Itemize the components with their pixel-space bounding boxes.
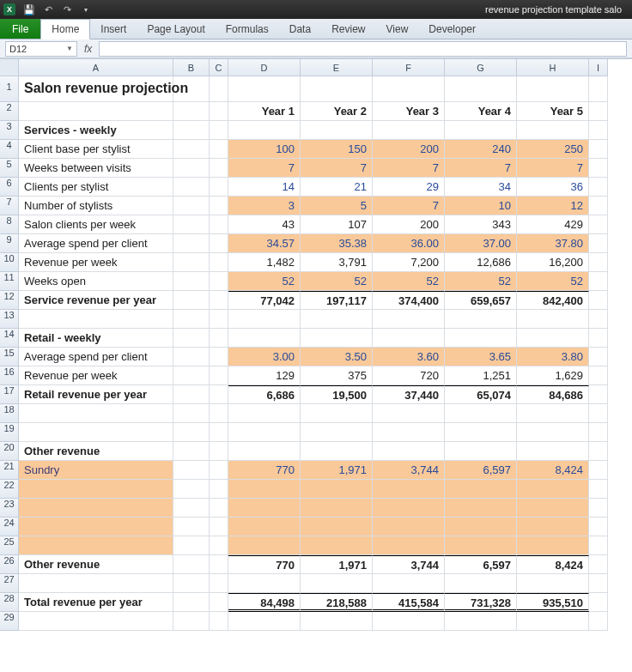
cell-B5[interactable] bbox=[173, 159, 210, 178]
cell-A20[interactable]: Other revenue bbox=[19, 442, 173, 461]
row-header-15[interactable]: 15 bbox=[0, 348, 19, 366]
cell-A8[interactable]: Salon clients per week bbox=[19, 215, 173, 234]
cell-H3[interactable] bbox=[517, 121, 589, 140]
cell-D5[interactable]: 7 bbox=[228, 159, 301, 178]
cell-A1[interactable]: Salon revenue projection bbox=[19, 76, 173, 102]
cell-H21[interactable]: 8,424 bbox=[517, 461, 589, 480]
cell-B17[interactable] bbox=[173, 385, 210, 404]
cell-D7[interactable]: 3 bbox=[228, 197, 301, 215]
cell-F16[interactable]: 720 bbox=[373, 366, 445, 385]
row-header-17[interactable]: 17 bbox=[0, 385, 19, 404]
cell-I8[interactable] bbox=[589, 215, 608, 234]
cell-D14[interactable] bbox=[228, 329, 301, 348]
cell-E22[interactable] bbox=[301, 480, 373, 499]
undo-icon[interactable]: ↶ bbox=[41, 3, 55, 16]
cell-A27[interactable] bbox=[19, 574, 173, 593]
row-header-10[interactable]: 10 bbox=[0, 253, 19, 272]
cell-A16[interactable]: Revenue per week bbox=[19, 366, 173, 385]
cell-B1[interactable] bbox=[173, 76, 210, 102]
cell-G22[interactable] bbox=[445, 480, 517, 499]
cell-F12[interactable]: 374,400 bbox=[373, 291, 445, 310]
cell-E20[interactable] bbox=[301, 442, 373, 461]
cell-H26[interactable]: 8,424 bbox=[517, 555, 589, 574]
cell-A24[interactable] bbox=[19, 518, 173, 536]
row-header-21[interactable]: 21 bbox=[0, 461, 19, 480]
row-header-7[interactable]: 7 bbox=[0, 197, 19, 215]
cell-G2[interactable]: Year 4 bbox=[445, 102, 517, 121]
cell-C12[interactable] bbox=[210, 291, 228, 310]
cell-G1[interactable] bbox=[445, 76, 517, 102]
col-header-C[interactable]: C bbox=[210, 59, 228, 76]
cell-B16[interactable] bbox=[173, 366, 210, 385]
col-header-E[interactable]: E bbox=[301, 59, 373, 76]
cell-G27[interactable] bbox=[445, 574, 517, 593]
cell-H2[interactable]: Year 5 bbox=[517, 102, 589, 121]
cell-B19[interactable] bbox=[173, 423, 210, 442]
row-header-26[interactable]: 26 bbox=[0, 555, 19, 574]
cell-D19[interactable] bbox=[228, 423, 301, 442]
cell-D22[interactable] bbox=[228, 480, 301, 499]
cell-C16[interactable] bbox=[210, 366, 228, 385]
cell-G15[interactable]: 3.65 bbox=[445, 348, 517, 366]
cell-B6[interactable] bbox=[173, 178, 210, 197]
cell-E7[interactable]: 5 bbox=[301, 197, 373, 215]
cell-G16[interactable]: 1,251 bbox=[445, 366, 517, 385]
cell-C22[interactable] bbox=[210, 480, 228, 499]
cell-F21[interactable]: 3,744 bbox=[373, 461, 445, 480]
cell-D1[interactable] bbox=[228, 76, 301, 102]
cell-I1[interactable] bbox=[589, 76, 608, 102]
fx-icon[interactable]: fx bbox=[82, 43, 94, 55]
cell-I12[interactable] bbox=[589, 291, 608, 310]
cell-F9[interactable]: 36.00 bbox=[373, 234, 445, 253]
cell-H9[interactable]: 37.80 bbox=[517, 234, 589, 253]
row-header-5[interactable]: 5 bbox=[0, 159, 19, 178]
row-header-19[interactable]: 19 bbox=[0, 423, 19, 442]
cell-H28[interactable]: 935,510 bbox=[517, 593, 589, 612]
cell-I22[interactable] bbox=[589, 480, 608, 499]
cell-G21[interactable]: 6,597 bbox=[445, 461, 517, 480]
cell-E24[interactable] bbox=[301, 518, 373, 536]
cell-I4[interactable] bbox=[589, 140, 608, 159]
cell-F1[interactable] bbox=[373, 76, 445, 102]
cell-E29[interactable] bbox=[301, 612, 373, 631]
cell-H11[interactable]: 52 bbox=[517, 272, 589, 291]
redo-icon[interactable]: ↷ bbox=[60, 3, 74, 16]
cell-D23[interactable] bbox=[228, 499, 301, 518]
save-icon[interactable]: 💾 bbox=[22, 3, 36, 16]
cell-A14[interactable]: Retail - weekly bbox=[19, 329, 173, 348]
cell-C24[interactable] bbox=[210, 518, 228, 536]
cell-F5[interactable]: 7 bbox=[373, 159, 445, 178]
cell-H12[interactable]: 842,400 bbox=[517, 291, 589, 310]
col-header-I[interactable]: I bbox=[589, 59, 608, 76]
cell-F29[interactable] bbox=[373, 612, 445, 631]
cell-F6[interactable]: 29 bbox=[373, 178, 445, 197]
cell-H14[interactable] bbox=[517, 329, 589, 348]
cell-C11[interactable] bbox=[210, 272, 228, 291]
cell-G20[interactable] bbox=[445, 442, 517, 461]
cell-E19[interactable] bbox=[301, 423, 373, 442]
cell-F25[interactable] bbox=[373, 536, 445, 555]
cell-E12[interactable]: 197,117 bbox=[301, 291, 373, 310]
cell-B12[interactable] bbox=[173, 291, 210, 310]
name-box[interactable]: D12 ▼ bbox=[5, 41, 77, 57]
cell-C19[interactable] bbox=[210, 423, 228, 442]
row-header-11[interactable]: 11 bbox=[0, 272, 19, 291]
cell-H24[interactable] bbox=[517, 518, 589, 536]
name-box-dropdown-icon[interactable]: ▼ bbox=[66, 45, 73, 52]
cell-C10[interactable] bbox=[210, 253, 228, 272]
cell-E23[interactable] bbox=[301, 499, 373, 518]
cell-E10[interactable]: 3,791 bbox=[301, 253, 373, 272]
cell-I25[interactable] bbox=[589, 536, 608, 555]
cell-C13[interactable] bbox=[210, 310, 228, 329]
row-header-3[interactable]: 3 bbox=[0, 121, 19, 140]
cell-D12[interactable]: 77,042 bbox=[228, 291, 301, 310]
col-header-D[interactable]: D bbox=[228, 59, 301, 76]
cell-F14[interactable] bbox=[373, 329, 445, 348]
cell-I5[interactable] bbox=[589, 159, 608, 178]
tab-formulas[interactable]: Formulas bbox=[216, 19, 279, 39]
cell-H18[interactable] bbox=[517, 404, 589, 423]
cell-F17[interactable]: 37,440 bbox=[373, 385, 445, 404]
tab-page-layout[interactable]: Page Layout bbox=[137, 19, 215, 39]
row-header-23[interactable]: 23 bbox=[0, 499, 19, 518]
row-header-29[interactable]: 29 bbox=[0, 612, 19, 631]
